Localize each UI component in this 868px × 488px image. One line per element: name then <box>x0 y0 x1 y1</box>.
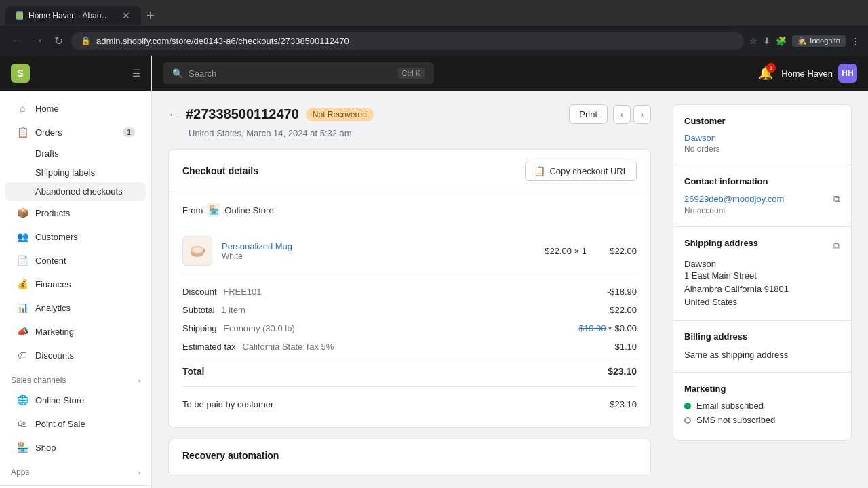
sidebar-item-shipping-labels[interactable]: Shipping labels <box>5 163 146 182</box>
sales-channels-label: Sales channels › <box>0 367 151 388</box>
total-row: Total $23.10 <box>182 359 637 381</box>
new-tab-button[interactable]: + <box>146 8 155 24</box>
svg-rect-0 <box>16 12 23 19</box>
forward-button[interactable]: → <box>30 32 46 49</box>
apps-label: Apps › <box>0 460 151 480</box>
sms-subscription-item: SMS not subscribed <box>684 415 840 425</box>
customer-section: Customer Dawson No orders <box>673 105 851 165</box>
search-bar[interactable]: 🔍 Search Ctrl K <box>163 62 434 84</box>
orders-icon: 📋 <box>16 126 28 138</box>
customer-panel-card: Customer Dawson No orders Contact inform… <box>673 104 852 441</box>
pos-icon: 🛍 <box>16 418 28 430</box>
from-label: From <box>182 205 203 216</box>
product-quantity-price: $22.00 × 1 <box>532 246 587 256</box>
total-value: $23.10 <box>608 366 637 377</box>
customers-icon: 👥 <box>16 230 28 243</box>
products-icon: 📦 <box>16 207 28 219</box>
copy-email-icon[interactable]: ⧉ <box>833 193 840 205</box>
next-button[interactable]: › <box>633 105 651 124</box>
store-name-label: Online Store <box>224 205 273 216</box>
address-bar[interactable]: 🔒 admin.shopify.com/store/de8143-a6/chec… <box>71 32 744 50</box>
reload-button[interactable]: ↻ <box>52 32 66 50</box>
sidebar-item-discounts[interactable]: 🏷 Discounts <box>5 344 146 367</box>
apps-chevron: › <box>138 469 140 476</box>
sidebar-navigation: ⌂ Home 📋 Orders 1 Drafts Shipping labels… <box>0 91 151 485</box>
sidebar-item-shop[interactable]: 🏪 Shop <box>5 436 146 459</box>
product-thumbnail <box>182 236 212 266</box>
recovery-header: Recovery automation <box>169 439 650 472</box>
sidebar-item-home[interactable]: ⌂ Home <box>5 97 146 120</box>
billing-address-section: Billing address Same as shipping address <box>673 320 851 373</box>
sidebar-item-customers[interactable]: 👥 Customers <box>5 225 146 248</box>
notification-button[interactable]: 🔔 1 <box>758 66 773 81</box>
sidebar-item-analytics[interactable]: 📊 Analytics <box>5 296 146 319</box>
shipping-method: Economy (30.0 lb) <box>223 323 295 333</box>
sidebar-item-abandoned-checkouts[interactable]: Abandoned checkouts <box>5 182 146 201</box>
bookmark-icon[interactable]: ☆ <box>749 36 757 46</box>
to-be-paid-label: To be paid by customer <box>182 399 273 409</box>
sidebar: S Shopify ☰ ⌂ Home 📋 Orders 1 Drafts <box>0 56 152 488</box>
customer-name-link[interactable]: Dawson <box>684 133 840 143</box>
sidebar-item-online-store[interactable]: 🌐 Online Store <box>5 388 146 411</box>
extensions-icon[interactable]: 🧩 <box>776 36 787 46</box>
tab-close-button[interactable]: ✕ <box>122 10 130 21</box>
to-be-paid-value: $23.10 <box>610 399 637 409</box>
header-actions: Print ‹ › <box>569 104 651 124</box>
contact-email-link[interactable]: 26929deb@moodjoy.com <box>684 194 833 204</box>
billing-same-label: Same as shipping address <box>684 348 840 362</box>
shop-icon: 🏪 <box>16 441 28 453</box>
main-column: ← #27338500112470 Not Recovered Print ‹ … <box>168 104 651 474</box>
browser-window: Home Haven · Abandoned Che... ✕ + ← → ↻ … <box>0 0 868 488</box>
total-label: Total <box>182 366 204 377</box>
copy-checkout-url-button[interactable]: 📋 Copy checkout URL <box>525 161 637 181</box>
tax-value: $1.10 <box>614 342 637 352</box>
search-icon: 🔍 <box>172 68 183 79</box>
sidebar-item-marketing[interactable]: 📣 Marketing <box>5 320 146 343</box>
sidebar-item-orders[interactable]: 📋 Orders 1 <box>5 121 146 144</box>
print-button[interactable]: Print <box>569 104 608 124</box>
nav-arrows: ‹ › <box>613 105 651 124</box>
customer-orders-count: No orders <box>684 144 840 154</box>
main-content-area: ← #27338500112470 Not Recovered Print ‹ … <box>152 91 868 488</box>
product-name[interactable]: Personalized Mug <box>222 241 523 251</box>
sidebar-toggle-icon[interactable]: ☰ <box>132 68 141 79</box>
tax-label: Estimated tax California State Tax 5% <box>182 342 334 352</box>
back-button[interactable]: ← <box>8 32 24 49</box>
store-button[interactable]: Home Haven HH <box>781 64 857 83</box>
billing-address-title: Billing address <box>684 331 840 342</box>
shipping-row: Shipping Economy (30.0 lb) $19.90 ▾ $0.0… <box>182 319 637 338</box>
tab-title: Home Haven · Abandoned Che... <box>28 11 114 20</box>
prev-button[interactable]: ‹ <box>613 105 631 124</box>
active-tab[interactable]: Home Haven · Abandoned Che... ✕ <box>5 6 141 25</box>
sidebar-item-finances[interactable]: 💰 Finances <box>5 272 146 296</box>
lock-icon: 🔒 <box>81 36 91 45</box>
sidebar-item-products[interactable]: 📦 Products <box>5 201 146 224</box>
sidebar-item-point-of-sale[interactable]: 🛍 Point of Sale <box>5 412 146 435</box>
shipping-country: United States <box>684 296 840 309</box>
shipping-free-label: $0.00 <box>614 323 637 333</box>
back-button[interactable]: ← <box>168 108 179 121</box>
contact-email-row: 26929deb@moodjoy.com ⧉ <box>684 193 840 205</box>
store-emoji-icon: 🏪 <box>207 203 220 217</box>
product-info: Personalized Mug White <box>222 241 523 261</box>
checkout-details-body: From 🏪 Online Store <box>169 192 650 427</box>
menu-icon[interactable]: ⋮ <box>851 36 860 46</box>
checkout-details-card: Checkout details 📋 Copy checkout URL Fro… <box>168 149 651 428</box>
page-header: ← #27338500112470 Not Recovered Print ‹ … <box>168 104 651 124</box>
sidebar-item-content[interactable]: 📄 Content <box>5 249 146 272</box>
shipping-address-line1: 1 East Main Street <box>684 269 840 283</box>
subtotal-items: 1 item <box>221 305 245 315</box>
search-shortcut: Ctrl K <box>398 68 425 79</box>
shopify-icon: S <box>11 64 30 83</box>
browser-toolbar: ← → ↻ 🔒 admin.shopify.com/store/de8143-a… <box>0 26 868 56</box>
contact-section-title: Contact information <box>684 176 840 186</box>
sidebar-item-drafts[interactable]: Drafts <box>5 144 146 163</box>
checkout-from-row: From 🏪 Online Store <box>182 203 637 217</box>
customer-account-status: No account <box>684 206 840 216</box>
page-title: #27338500112470 <box>186 106 299 122</box>
download-icon[interactable]: ⬇ <box>763 36 770 46</box>
shipping-address-line2: Alhambra California 91801 <box>684 283 840 296</box>
page-title-row: ← #27338500112470 Not Recovered <box>168 106 374 122</box>
copy-shipping-address-icon[interactable]: ⧉ <box>833 241 840 252</box>
topbar-right: 🔔 1 Home Haven HH <box>758 64 857 83</box>
